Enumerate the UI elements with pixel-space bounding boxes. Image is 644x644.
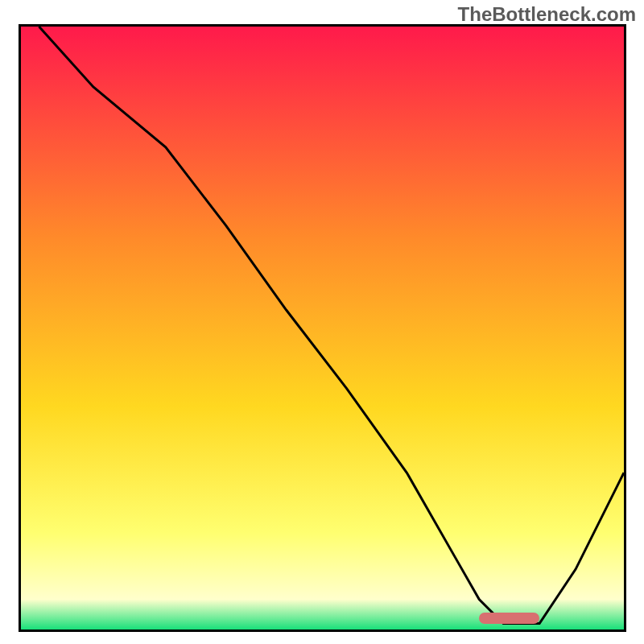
optimal-range-marker	[479, 613, 539, 624]
bottleneck-curve	[21, 27, 624, 630]
chart-frame: TheBottleneck.com	[0, 0, 644, 644]
watermark-text: TheBottleneck.com	[458, 3, 636, 26]
plot-area	[19, 24, 626, 632]
